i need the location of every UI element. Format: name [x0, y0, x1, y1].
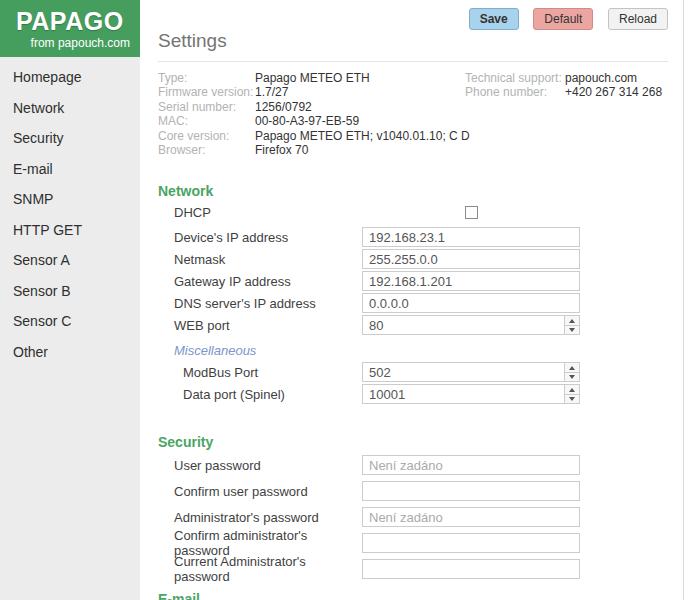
- sidebar-item-snmp[interactable]: SNMP: [0, 184, 140, 215]
- section-heading-security: Security: [158, 434, 668, 450]
- field-label: DNS server's IP address: [174, 296, 362, 311]
- info-value: 1256/0792: [255, 100, 312, 114]
- spin-down-icon[interactable]: [565, 373, 579, 382]
- device-info: Type: Papago METEO ETH Firmware version:…: [158, 71, 668, 157]
- reload-button[interactable]: Reload: [608, 8, 668, 30]
- field-label: Confirm user password: [174, 484, 362, 499]
- spin-up-icon[interactable]: [565, 363, 579, 373]
- default-button[interactable]: Default: [533, 8, 593, 30]
- field-label: Device's IP address: [174, 230, 362, 245]
- info-label: Firmware version:: [158, 85, 255, 99]
- number-spinner[interactable]: [564, 385, 579, 403]
- modbus-port-input[interactable]: [362, 362, 580, 382]
- web-port-input[interactable]: [362, 315, 580, 335]
- confirm-admin-password-input[interactable]: [362, 533, 580, 553]
- misc-heading: Miscellaneous: [174, 343, 668, 358]
- section-heading-network: Network: [158, 183, 668, 199]
- field-row-gateway: Gateway IP address: [158, 271, 668, 291]
- info-label: Browser:: [158, 143, 255, 157]
- spin-down-icon[interactable]: [565, 326, 579, 335]
- field-label: Administrator's password: [174, 510, 362, 525]
- info-label: Serial number:: [158, 100, 255, 114]
- spin-up-icon[interactable]: [565, 385, 579, 395]
- info-row: Serial number: 1256/0792: [158, 100, 465, 114]
- right-edge-divider: [683, 0, 684, 600]
- info-label: MAC:: [158, 114, 255, 128]
- field-label: ModBus Port: [183, 365, 362, 380]
- info-row: Browser: Firefox 70: [158, 143, 465, 157]
- number-spinner[interactable]: [564, 316, 579, 334]
- spin-down-icon[interactable]: [565, 395, 579, 404]
- page-title: Settings: [158, 30, 668, 62]
- device-info-right: Technical support: papouch.com Phone num…: [465, 71, 662, 157]
- dhcp-control: [362, 206, 580, 219]
- sidebar-item-network[interactable]: Network: [0, 93, 140, 124]
- info-value: papouch.com: [565, 71, 637, 85]
- main-content: Save Default Reload Settings Type: Papag…: [140, 0, 688, 600]
- number-spinner[interactable]: [564, 363, 579, 381]
- field-label: Data port (Spinel): [183, 387, 362, 402]
- save-button[interactable]: Save: [469, 8, 519, 30]
- info-value: 00-80-A3-97-EB-59: [255, 114, 359, 128]
- section-heading-email: E-mail: [158, 591, 668, 600]
- user-password-input[interactable]: [362, 455, 580, 475]
- device-info-left: Type: Papago METEO ETH Firmware version:…: [158, 71, 465, 157]
- field-row-confirm-user-password: Confirm user password: [158, 481, 668, 501]
- data-port-input[interactable]: [362, 384, 580, 404]
- sidebar-item-email[interactable]: E-mail: [0, 154, 140, 185]
- info-label: Type:: [158, 71, 255, 85]
- field-row-confirm-admin-password: Confirm administrator's password: [158, 533, 668, 553]
- field-row-netmask: Netmask: [158, 249, 668, 269]
- current-admin-password-input[interactable]: [362, 559, 580, 579]
- field-row-user-password: User password: [158, 455, 668, 475]
- field-label: User password: [174, 458, 362, 473]
- field-row-modbus: ModBus Port: [158, 362, 668, 382]
- info-row: Firmware version: 1.7/27: [158, 85, 465, 99]
- gateway-ip-input[interactable]: [362, 271, 580, 291]
- brand-tagline: from papouch.com: [0, 36, 140, 50]
- netmask-input[interactable]: [362, 249, 580, 269]
- brand-logo: PAPAGO: [0, 7, 140, 36]
- field-label: Gateway IP address: [174, 274, 362, 289]
- info-value: 1.7/27: [255, 85, 288, 99]
- field-row-current-admin-password: Current Administrator's password: [158, 559, 668, 579]
- info-value: +420 267 314 268: [565, 85, 662, 99]
- confirm-user-password-input[interactable]: [362, 481, 580, 501]
- field-row-data-port: Data port (Spinel): [158, 384, 668, 404]
- field-label: Current Administrator's password: [174, 554, 362, 584]
- field-row-device-ip: Device's IP address: [158, 227, 668, 247]
- sidebar-item-homepage[interactable]: Homepage: [0, 62, 140, 93]
- field-label: WEB port: [174, 318, 362, 333]
- sidebar-item-sensor-b[interactable]: Sensor B: [0, 276, 140, 307]
- info-row: Technical support: papouch.com: [465, 71, 662, 85]
- info-value: Firefox 70: [255, 143, 308, 157]
- info-label: Phone number:: [465, 85, 565, 99]
- device-ip-input[interactable]: [362, 227, 580, 247]
- admin-password-input[interactable]: [362, 507, 580, 527]
- sidebar-item-security[interactable]: Security: [0, 123, 140, 154]
- dhcp-checkbox[interactable]: [465, 206, 478, 219]
- sidebar-menu: Homepage Network Security E-mail SNMP HT…: [0, 57, 140, 367]
- spin-up-icon[interactable]: [565, 316, 579, 326]
- info-label: Technical support:: [465, 71, 565, 85]
- field-label: Netmask: [174, 252, 362, 267]
- info-row: Type: Papago METEO ETH: [158, 71, 465, 85]
- dhcp-label: DHCP: [174, 205, 362, 220]
- info-row: Phone number: +420 267 314 268: [465, 85, 662, 99]
- field-row-admin-password: Administrator's password: [158, 507, 668, 527]
- info-value: Papago METEO ETH: [255, 71, 370, 85]
- dns-ip-input[interactable]: [362, 293, 580, 313]
- brand-header: PAPAGO from papouch.com: [0, 0, 140, 57]
- info-value: Papago METEO ETH; v1040.01.10; C D: [255, 129, 470, 143]
- field-row-web-port: WEB port: [158, 315, 668, 335]
- info-row: MAC: 00-80-A3-97-EB-59: [158, 114, 465, 128]
- sidebar-item-sensor-c[interactable]: Sensor C: [0, 306, 140, 337]
- sidebar-item-httpget[interactable]: HTTP GET: [0, 215, 140, 246]
- sidebar-item-other[interactable]: Other: [0, 337, 140, 368]
- sidebar-item-sensor-a[interactable]: Sensor A: [0, 245, 140, 276]
- field-row-dns: DNS server's IP address: [158, 293, 668, 313]
- info-label: Core version:: [158, 129, 255, 143]
- field-row-dhcp: DHCP: [158, 205, 668, 220]
- sidebar: PAPAGO from papouch.com Homepage Network…: [0, 0, 140, 600]
- toolbar: Save Default Reload: [458, 8, 668, 30]
